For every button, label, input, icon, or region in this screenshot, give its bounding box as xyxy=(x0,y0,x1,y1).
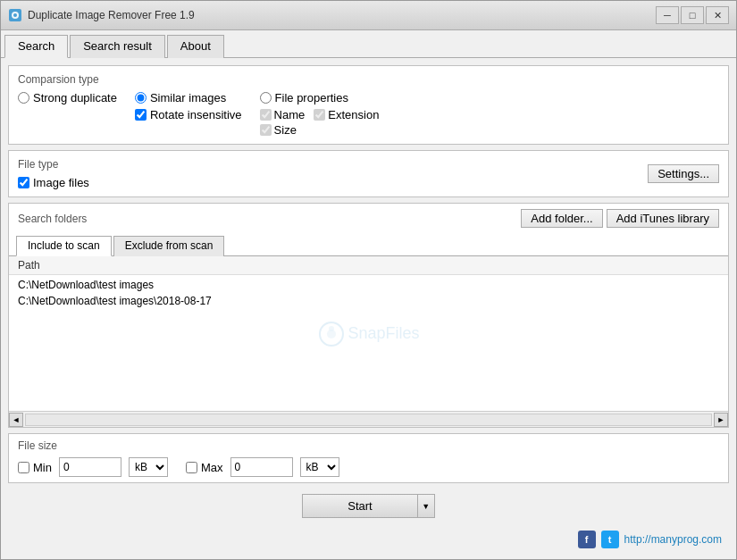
file-type-section: File type Image files Settings... xyxy=(8,150,729,197)
comparison-options: Strong duplicate Similar images Rotate i… xyxy=(18,91,719,137)
watermark-text: SnapFiles xyxy=(348,324,419,343)
path-header: Path xyxy=(9,256,728,275)
start-dropdown-button[interactable]: ▼ xyxy=(417,494,435,518)
folder-row: C:\NetDownload\test images xyxy=(18,277,719,293)
svg-point-5 xyxy=(328,326,333,331)
facebook-icon[interactable]: f xyxy=(578,531,596,548)
min-unit-select[interactable]: kB MB GB xyxy=(129,457,168,477)
folders-table: Path C:\NetDownload\test images C:\NetDo… xyxy=(9,256,728,411)
max-value-input[interactable]: ▲ ▼ xyxy=(230,457,293,477)
file-type-label: File type xyxy=(18,158,89,171)
tab-about[interactable]: About xyxy=(167,35,224,58)
name-checkbox[interactable] xyxy=(260,109,272,121)
tab-search[interactable]: Search xyxy=(4,35,68,58)
file-type-left: File type Image files xyxy=(18,158,89,189)
exclude-scan-tab[interactable]: Exclude from scan xyxy=(113,236,225,256)
min-checkbox[interactable] xyxy=(18,462,29,473)
strong-duplicate-radio[interactable] xyxy=(18,92,29,104)
horizontal-scrollbar[interactable]: ◄ ► xyxy=(9,411,728,427)
title-bar-left: Duplicate Image Remover Free 1.9 xyxy=(8,8,195,22)
folder-buttons: Add folder... Add iTunes library xyxy=(521,209,719,228)
comparison-label: Comparsion type xyxy=(18,73,719,86)
main-tabs: Search Search result About xyxy=(1,30,736,58)
file-properties-radio[interactable] xyxy=(260,92,272,104)
rotate-insensitive-option: Rotate insensitive xyxy=(135,108,242,121)
file-properties-label[interactable]: File properties xyxy=(260,91,380,104)
similar-images-option: Similar images Rotate insensitive xyxy=(135,91,242,121)
scroll-right-arrow[interactable]: ► xyxy=(714,413,728,427)
file-properties-option: File properties Name Extension xyxy=(260,91,380,137)
scroll-left-arrow[interactable]: ◄ xyxy=(9,413,23,427)
min-value-input[interactable]: ▲ ▼ xyxy=(59,457,121,477)
strong-duplicate-label[interactable]: Strong duplicate xyxy=(18,91,117,104)
file-props-options: Name Extension Size xyxy=(260,108,380,137)
file-size-section: File size Min ▲ ▼ kB MB GB xyxy=(8,433,729,483)
include-scan-tab[interactable]: Include to scan xyxy=(16,236,112,256)
svg-point-3 xyxy=(319,322,342,346)
max-checkbox[interactable] xyxy=(186,462,197,473)
folder-tabs: Include to scan Exclude from scan xyxy=(9,231,728,256)
file-size-label: File size xyxy=(18,439,719,452)
search-folders-label: Search folders xyxy=(18,213,87,225)
file-type-row: File type Image files Settings... xyxy=(18,158,719,189)
bottom-bar: Start ▼ xyxy=(8,489,729,522)
max-unit-select[interactable]: kB MB GB xyxy=(300,457,339,477)
file-props-row1: Name Extension xyxy=(260,108,380,121)
max-input-field[interactable] xyxy=(231,458,293,476)
folders-list: C:\NetDownload\test images C:\NetDownloa… xyxy=(9,275,728,311)
similar-images-label[interactable]: Similar images xyxy=(135,91,242,104)
title-bar: Duplicate Image Remover Free 1.9 ─ □ ✕ xyxy=(1,1,736,30)
start-button-group: Start ▼ xyxy=(302,494,434,518)
file-size-row: Min ▲ ▼ kB MB GB Max xyxy=(18,457,719,477)
app-title: Duplicate Image Remover Free 1.9 xyxy=(28,9,195,21)
website-link[interactable]: http://manyprog.com xyxy=(624,533,722,546)
scroll-track[interactable] xyxy=(25,414,712,426)
title-controls: ─ □ ✕ xyxy=(656,6,729,24)
strong-duplicate-option: Strong duplicate xyxy=(18,91,117,104)
folder-row: C:\NetDownload\test images\2018-08-17 xyxy=(18,293,719,309)
settings-button[interactable]: Settings... xyxy=(648,164,719,183)
app-icon xyxy=(8,8,22,22)
footer: f t http://manyprog.com xyxy=(8,527,729,552)
main-window: Duplicate Image Remover Free 1.9 ─ □ ✕ S… xyxy=(0,0,737,560)
extension-checkbox[interactable] xyxy=(314,109,325,121)
image-files-checkbox[interactable] xyxy=(18,177,29,188)
file-props-row2: Size xyxy=(260,123,380,137)
rotate-insensitive-checkbox[interactable] xyxy=(135,109,147,121)
svg-point-2 xyxy=(13,13,17,17)
add-itunes-button[interactable]: Add iTunes library xyxy=(607,209,719,228)
similar-images-radio[interactable] xyxy=(135,92,147,104)
tab-search-result[interactable]: Search result xyxy=(70,35,165,58)
search-folders-section: Search folders Add folder... Add iTunes … xyxy=(8,203,729,428)
minimize-button[interactable]: ─ xyxy=(656,6,679,24)
min-input-field[interactable] xyxy=(60,458,121,476)
image-files-option[interactable]: Image files xyxy=(18,176,89,189)
search-folders-header: Search folders Add folder... Add iTunes … xyxy=(9,204,728,231)
comparison-section: Comparsion type Strong duplicate Similar… xyxy=(8,65,729,145)
watermark: SnapFiles xyxy=(317,321,419,347)
svg-point-4 xyxy=(326,330,335,339)
watermark-logo-icon xyxy=(317,321,344,347)
tab-content: Comparsion type Strong duplicate Similar… xyxy=(1,58,736,559)
size-checkbox[interactable] xyxy=(260,124,272,136)
start-button[interactable]: Start xyxy=(302,494,416,518)
twitter-icon[interactable]: t xyxy=(601,531,619,548)
add-folder-button[interactable]: Add folder... xyxy=(521,209,602,228)
close-button[interactable]: ✕ xyxy=(706,6,729,24)
maximize-button[interactable]: □ xyxy=(681,6,704,24)
